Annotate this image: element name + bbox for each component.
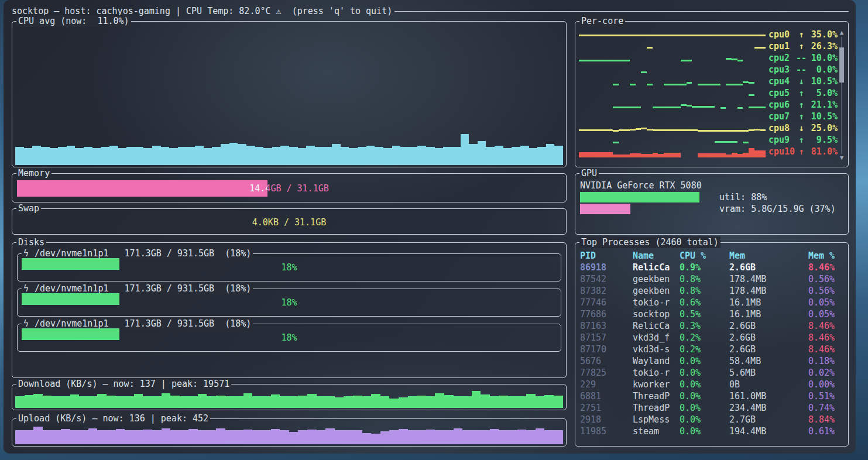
spark-bar (743, 146, 749, 157)
process-row[interactable]: 229kworker0.0%0B0.00% (580, 379, 846, 390)
scroll-down-arrow-icon[interactable]: ▼ (840, 154, 844, 162)
spark-bar (188, 388, 198, 408)
spark-bar-fill (178, 147, 187, 165)
per-core-scrollbar[interactable]: ▲ ▼ (838, 29, 846, 163)
spark-bar (687, 99, 692, 111)
spark-bar-fill (664, 129, 670, 131)
spark-bar (134, 388, 143, 408)
scrollbar-thumb[interactable] (839, 47, 844, 83)
spark-bar-fill (15, 396, 25, 408)
process-cpu-pct: 0.0% (680, 367, 729, 379)
spark-bar (579, 99, 585, 111)
spark-bar-fill (596, 152, 602, 157)
spark-bar-fill (380, 396, 390, 408)
core-sparkline (579, 99, 766, 111)
spark-bar-fill (289, 147, 298, 165)
titlebar: socktop — host: cachyos-gaming | CPU Tem… (12, 5, 849, 18)
spark-bar-fill (613, 130, 619, 132)
spark-bar-fill (732, 153, 737, 157)
scrollbar-track[interactable] (839, 37, 844, 154)
spark-bar-fill (653, 153, 658, 157)
spark-bar-fill (664, 107, 670, 108)
core-sparkline (579, 146, 766, 157)
spark-bar-fill (426, 147, 435, 165)
spark-bar-fill (371, 394, 380, 408)
process-row[interactable]: 87170vkd3d-s0.2%2.6GB8.46% (580, 344, 846, 355)
spark-bar (647, 134, 653, 146)
core-label: cpu7 (768, 111, 795, 122)
process-pid: 87163 (580, 320, 633, 332)
spark-bar (664, 40, 670, 52)
process-pid: 87542 (580, 273, 633, 285)
process-row[interactable]: 11985steam0.0%194.4MB0.61% (580, 425, 846, 437)
process-row[interactable]: 2751ThreadP0.0%234.4MB0.74% (580, 402, 846, 414)
spark-bar-fill (454, 428, 463, 444)
spark-bar-fill (664, 35, 670, 36)
spark-bar-fill (732, 59, 737, 60)
spark-bar (664, 52, 670, 64)
spark-bar-fill (613, 155, 619, 157)
scroll-up-arrow-icon[interactable]: ▲ (840, 29, 844, 37)
spark-bar (198, 423, 207, 444)
spark-bar-fill (358, 147, 366, 165)
spark-bar-fill (675, 107, 681, 108)
spark-bar (641, 99, 647, 111)
process-row[interactable]: 77746tokio-r0.6%16.1MB0.05% (580, 297, 846, 308)
spark-bar (33, 388, 43, 408)
process-row[interactable]: 6881ThreadP0.0%161.0MB0.51% (580, 390, 846, 402)
spark-bar (585, 75, 591, 87)
process-row[interactable]: 2918LspMess0.0%2.7GB8.84% (580, 414, 846, 425)
spark-bar-fill (546, 144, 555, 165)
process-mem: 2.6GB (729, 344, 808, 355)
spark-bar (749, 134, 754, 146)
process-row[interactable]: 87163RelicCa0.3%2.6GB8.46% (580, 320, 846, 332)
spark-bar-fill (508, 430, 517, 444)
process-row[interactable]: 86918RelicCa0.9%2.6GB8.46% (580, 262, 846, 273)
spark-bar (619, 64, 625, 75)
core-trend-arrow-icon: ↑ (795, 134, 807, 146)
core-trend-arrow-icon: ↑ (795, 99, 807, 111)
spark-bar-fill (670, 153, 675, 157)
process-row[interactable]: 87542geekben0.8%178.4MB0.56% (580, 273, 846, 285)
spark-bar (75, 25, 84, 165)
spark-bar (461, 25, 469, 165)
spark-bar-fill (675, 35, 681, 36)
spark-bar (760, 99, 766, 111)
spark-bar (704, 99, 709, 111)
spark-bar (664, 122, 670, 134)
core-value: 9.5% (807, 134, 838, 146)
spark-bar-fill (481, 394, 490, 408)
spark-bar-fill (681, 84, 687, 85)
spark-bar (737, 29, 743, 40)
gpu-vram-label: vram: 5.8G/15.9G (37%) (716, 203, 843, 215)
spark-bar (641, 40, 647, 52)
spark-bar (749, 146, 754, 157)
spark-bar-fill (749, 82, 754, 84)
spark-bar (409, 25, 418, 165)
spark-bar-fill (636, 35, 641, 36)
cpu-avg-title: CPU avg (now: 11.0%) (16, 15, 131, 27)
spark-bar (681, 134, 687, 146)
gpu-vram-row: vram: 5.8G/15.9G (37%) (580, 203, 843, 215)
spark-bar (143, 25, 152, 165)
spark-bar (252, 388, 262, 408)
spark-bar (554, 388, 563, 408)
spark-bar (681, 146, 687, 157)
spark-bar-fill (43, 396, 52, 408)
spark-bar-fill (195, 146, 204, 165)
spark-bar-fill (435, 393, 444, 408)
spark-bar-fill (630, 84, 636, 85)
process-pid: 11985 (580, 425, 633, 437)
spark-bar-fill (280, 146, 289, 165)
spark-bar (161, 25, 170, 165)
process-row[interactable]: 77825tokio-r0.0%5.6MB0.02% (580, 367, 846, 379)
spark-bar (732, 87, 737, 99)
process-row[interactable]: 87382geekben0.8%178.4MB0.56% (580, 285, 846, 297)
process-row[interactable]: 77686socktop0.5%16.1MB0.05% (580, 308, 846, 320)
spark-bar (478, 25, 486, 165)
process-row[interactable]: 5676Wayland0.0%58.4MB0.18% (580, 355, 846, 367)
core-label: cpu9 (768, 134, 795, 146)
process-mem: 58.4MB (729, 355, 808, 367)
process-row[interactable]: 87157vkd3d_f0.2%2.6GB8.46% (580, 332, 846, 344)
spark-bar-fill (517, 396, 527, 408)
